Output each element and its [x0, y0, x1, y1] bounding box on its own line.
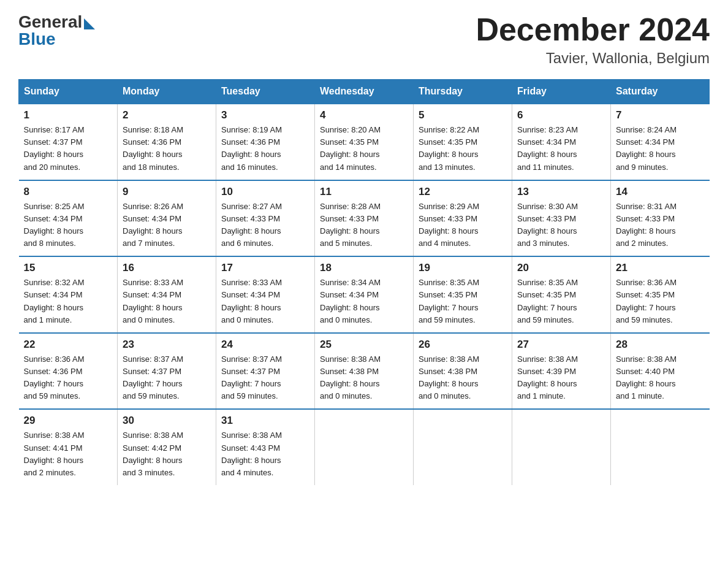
day-info: Sunrise: 8:38 AM Sunset: 4:38 PM Dayligh… — [320, 353, 408, 403]
calendar-cell — [512, 409, 611, 485]
page-header: General Blue December 2024 Tavier, Wallo… — [18, 12, 710, 67]
calendar-cell: 17Sunrise: 8:33 AM Sunset: 4:34 PM Dayli… — [216, 256, 315, 333]
day-number: 31 — [221, 415, 309, 427]
calendar-cell: 29Sunrise: 8:38 AM Sunset: 4:41 PM Dayli… — [19, 409, 118, 485]
calendar-cell: 1Sunrise: 8:17 AM Sunset: 4:37 PM Daylig… — [19, 104, 118, 180]
header-wednesday: Wednesday — [315, 80, 414, 104]
day-number: 18 — [320, 262, 408, 274]
day-info: Sunrise: 8:38 AM Sunset: 4:40 PM Dayligh… — [616, 353, 705, 403]
day-info: Sunrise: 8:18 AM Sunset: 4:36 PM Dayligh… — [123, 124, 211, 174]
day-number: 27 — [517, 339, 605, 351]
week-row-1: 1Sunrise: 8:17 AM Sunset: 4:37 PM Daylig… — [19, 104, 710, 180]
day-info: Sunrise: 8:33 AM Sunset: 4:34 PM Dayligh… — [123, 277, 211, 326]
day-info: Sunrise: 8:30 AM Sunset: 4:33 PM Dayligh… — [517, 201, 605, 250]
day-number: 5 — [419, 109, 507, 121]
day-number: 28 — [616, 339, 705, 351]
calendar-table: SundayMondayTuesdayWednesdayThursdayFrid… — [18, 79, 710, 485]
calendar-cell: 8Sunrise: 8:25 AM Sunset: 4:34 PM Daylig… — [19, 180, 118, 257]
header-row: SundayMondayTuesdayWednesdayThursdayFrid… — [19, 80, 710, 104]
day-number: 1 — [24, 109, 113, 121]
calendar-cell: 7Sunrise: 8:24 AM Sunset: 4:34 PM Daylig… — [611, 104, 710, 180]
day-number: 23 — [123, 339, 211, 351]
day-number: 4 — [320, 109, 408, 121]
header-friday: Friday — [512, 80, 611, 104]
day-info: Sunrise: 8:34 AM Sunset: 4:34 PM Dayligh… — [320, 277, 408, 326]
day-info: Sunrise: 8:23 AM Sunset: 4:34 PM Dayligh… — [517, 124, 605, 174]
calendar-cell: 13Sunrise: 8:30 AM Sunset: 4:33 PM Dayli… — [512, 180, 611, 257]
calendar-cell: 6Sunrise: 8:23 AM Sunset: 4:34 PM Daylig… — [512, 104, 611, 180]
day-number: 13 — [517, 186, 605, 198]
calendar-cell: 10Sunrise: 8:27 AM Sunset: 4:33 PM Dayli… — [216, 180, 315, 257]
title-area: December 2024 Tavier, Wallonia, Belgium — [476, 12, 710, 67]
day-number: 25 — [320, 339, 408, 351]
day-info: Sunrise: 8:37 AM Sunset: 4:37 PM Dayligh… — [123, 353, 211, 403]
day-info: Sunrise: 8:36 AM Sunset: 4:35 PM Dayligh… — [616, 277, 705, 326]
day-number: 16 — [123, 262, 211, 274]
day-number: 17 — [221, 262, 309, 274]
logo-triangle-icon — [84, 18, 95, 29]
calendar-cell: 28Sunrise: 8:38 AM Sunset: 4:40 PM Dayli… — [611, 333, 710, 410]
calendar-cell: 12Sunrise: 8:29 AM Sunset: 4:33 PM Dayli… — [414, 180, 512, 257]
day-info: Sunrise: 8:37 AM Sunset: 4:37 PM Dayligh… — [221, 353, 309, 403]
day-info: Sunrise: 8:38 AM Sunset: 4:43 PM Dayligh… — [221, 429, 309, 479]
calendar-cell: 26Sunrise: 8:38 AM Sunset: 4:38 PM Dayli… — [414, 333, 512, 410]
header-sunday: Sunday — [19, 80, 118, 104]
day-number: 30 — [123, 415, 211, 427]
day-number: 2 — [123, 109, 211, 121]
calendar-cell: 23Sunrise: 8:37 AM Sunset: 4:37 PM Dayli… — [118, 333, 216, 410]
calendar-body: 1Sunrise: 8:17 AM Sunset: 4:37 PM Daylig… — [19, 104, 710, 485]
header-thursday: Thursday — [414, 80, 512, 104]
day-info: Sunrise: 8:38 AM Sunset: 4:39 PM Dayligh… — [517, 353, 605, 403]
day-info: Sunrise: 8:31 AM Sunset: 4:33 PM Dayligh… — [616, 201, 705, 250]
day-number: 15 — [24, 262, 113, 274]
day-number: 9 — [123, 186, 211, 198]
day-info: Sunrise: 8:35 AM Sunset: 4:35 PM Dayligh… — [419, 277, 507, 326]
week-row-3: 15Sunrise: 8:32 AM Sunset: 4:34 PM Dayli… — [19, 256, 710, 333]
day-info: Sunrise: 8:19 AM Sunset: 4:36 PM Dayligh… — [221, 124, 309, 174]
day-number: 24 — [221, 339, 309, 351]
calendar-header: SundayMondayTuesdayWednesdayThursdayFrid… — [19, 80, 710, 104]
day-info: Sunrise: 8:24 AM Sunset: 4:34 PM Dayligh… — [616, 124, 705, 174]
day-info: Sunrise: 8:26 AM Sunset: 4:34 PM Dayligh… — [123, 201, 211, 250]
day-number: 11 — [320, 186, 408, 198]
calendar-cell: 22Sunrise: 8:36 AM Sunset: 4:36 PM Dayli… — [19, 333, 118, 410]
day-info: Sunrise: 8:33 AM Sunset: 4:34 PM Dayligh… — [221, 277, 309, 326]
day-info: Sunrise: 8:25 AM Sunset: 4:34 PM Dayligh… — [24, 201, 113, 250]
day-info: Sunrise: 8:35 AM Sunset: 4:35 PM Dayligh… — [517, 277, 605, 326]
day-info: Sunrise: 8:38 AM Sunset: 4:42 PM Dayligh… — [123, 429, 211, 479]
day-number: 3 — [221, 109, 309, 121]
day-number: 7 — [616, 109, 705, 121]
calendar-cell: 16Sunrise: 8:33 AM Sunset: 4:34 PM Dayli… — [118, 256, 216, 333]
day-number: 19 — [419, 262, 507, 274]
day-info: Sunrise: 8:28 AM Sunset: 4:33 PM Dayligh… — [320, 201, 408, 250]
calendar-cell: 27Sunrise: 8:38 AM Sunset: 4:39 PM Dayli… — [512, 333, 611, 410]
day-info: Sunrise: 8:38 AM Sunset: 4:38 PM Dayligh… — [419, 353, 507, 403]
calendar-cell: 11Sunrise: 8:28 AM Sunset: 4:33 PM Dayli… — [315, 180, 414, 257]
calendar-cell: 9Sunrise: 8:26 AM Sunset: 4:34 PM Daylig… — [118, 180, 216, 257]
day-info: Sunrise: 8:27 AM Sunset: 4:33 PM Dayligh… — [221, 201, 309, 250]
calendar-cell: 5Sunrise: 8:22 AM Sunset: 4:35 PM Daylig… — [414, 104, 512, 180]
header-monday: Monday — [118, 80, 216, 104]
header-saturday: Saturday — [611, 80, 710, 104]
calendar-cell: 21Sunrise: 8:36 AM Sunset: 4:35 PM Dayli… — [611, 256, 710, 333]
day-number: 6 — [517, 109, 605, 121]
calendar-cell: 3Sunrise: 8:19 AM Sunset: 4:36 PM Daylig… — [216, 104, 315, 180]
calendar-cell: 24Sunrise: 8:37 AM Sunset: 4:37 PM Dayli… — [216, 333, 315, 410]
calendar-cell — [414, 409, 512, 485]
header-tuesday: Tuesday — [216, 80, 315, 104]
logo-blue-text: Blue — [18, 29, 56, 49]
day-info: Sunrise: 8:22 AM Sunset: 4:35 PM Dayligh… — [419, 124, 507, 174]
month-title: December 2024 — [476, 12, 710, 47]
calendar-cell: 14Sunrise: 8:31 AM Sunset: 4:33 PM Dayli… — [611, 180, 710, 257]
day-number: 14 — [616, 186, 705, 198]
week-row-4: 22Sunrise: 8:36 AM Sunset: 4:36 PM Dayli… — [19, 333, 710, 410]
day-info: Sunrise: 8:36 AM Sunset: 4:36 PM Dayligh… — [24, 353, 113, 403]
calendar-cell: 31Sunrise: 8:38 AM Sunset: 4:43 PM Dayli… — [216, 409, 315, 485]
day-info: Sunrise: 8:20 AM Sunset: 4:35 PM Dayligh… — [320, 124, 408, 174]
calendar-cell: 30Sunrise: 8:38 AM Sunset: 4:42 PM Dayli… — [118, 409, 216, 485]
day-number: 10 — [221, 186, 309, 198]
day-number: 29 — [24, 415, 113, 427]
calendar-cell: 2Sunrise: 8:18 AM Sunset: 4:36 PM Daylig… — [118, 104, 216, 180]
calendar-cell — [315, 409, 414, 485]
week-row-2: 8Sunrise: 8:25 AM Sunset: 4:34 PM Daylig… — [19, 180, 710, 257]
